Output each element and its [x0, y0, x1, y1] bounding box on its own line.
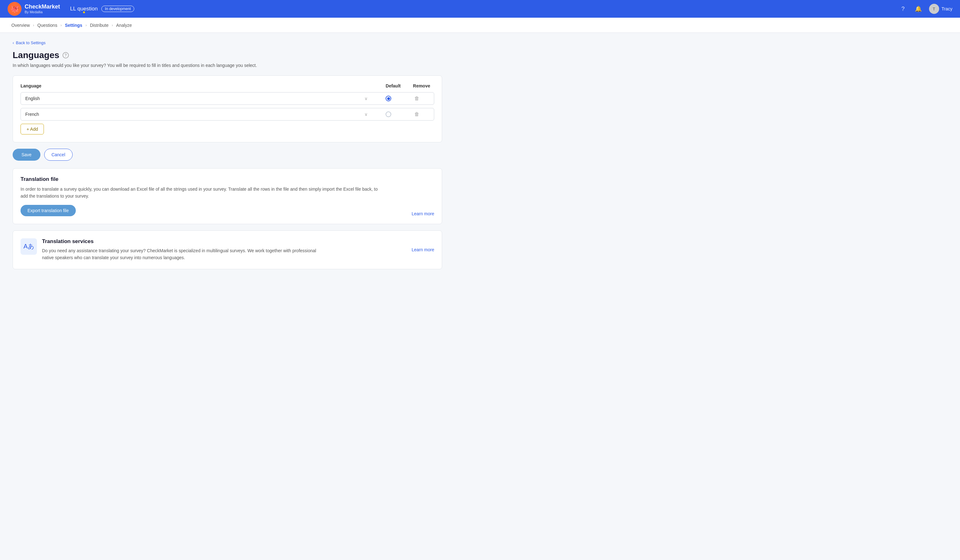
radio-english[interactable]	[386, 96, 391, 101]
logo[interactable]: 🐙 CheckMarket By Medallia	[8, 2, 60, 16]
main-content: ‹ Back to Settings Languages ? In which …	[0, 33, 455, 283]
translation-services-card: Aあ Translation services Do you need any …	[13, 230, 442, 269]
back-link[interactable]: ‹ Back to Settings	[13, 40, 442, 45]
lang-remove-english: 🗑	[404, 96, 429, 101]
bell-icon[interactable]: 🔔	[914, 5, 923, 13]
translation-services-content: Translation services Do you need any ass…	[42, 238, 326, 262]
lang-name-english: English	[25, 96, 365, 101]
avatar: T	[929, 4, 939, 14]
nav-item-analyze[interactable]: Analyze	[115, 21, 133, 29]
translation-services-desc: Do you need any assistance translating y…	[42, 247, 326, 262]
header-icons: ? 🔔 T Tracy	[899, 4, 952, 14]
nav-item-overview[interactable]: Overview	[10, 21, 31, 29]
user-name: Tracy	[942, 6, 952, 11]
back-link-label: Back to Settings	[16, 40, 45, 45]
nav-chevron-4: ›	[112, 23, 113, 27]
nav-chevron-1: ›	[33, 23, 34, 27]
languages-card: Language Default Remove English ∨ 🗑 Fren…	[13, 75, 442, 142]
lang-chevron-french[interactable]: ∨	[365, 112, 368, 117]
nav-item-questions[interactable]: Questions	[36, 21, 58, 29]
col-default: Default	[378, 83, 409, 88]
lang-row-french: French ∨ 🗑	[21, 108, 434, 121]
help-icon[interactable]: ?	[899, 5, 907, 13]
nav-bar: Overview › Questions › Settings › Distri…	[0, 18, 960, 33]
export-translation-button[interactable]: Export translation file	[21, 205, 76, 216]
user-menu[interactable]: T Tracy	[929, 4, 952, 14]
translation-services-title: Translation services	[42, 238, 326, 245]
radio-french[interactable]	[386, 112, 391, 117]
nav-chevron-2: ›	[60, 23, 62, 27]
nav-item-settings[interactable]: Settings	[64, 21, 83, 29]
col-language: Language	[21, 83, 378, 88]
translation-services-learn-more[interactable]: Learn more	[411, 247, 434, 252]
lang-name-french: French	[25, 112, 365, 117]
page-title-row: Languages ?	[13, 50, 442, 60]
translation-file-title: Translation file	[21, 176, 434, 182]
back-arrow-icon: ‹	[13, 40, 14, 45]
app-name: CheckMarket	[25, 3, 60, 10]
col-remove: Remove	[409, 83, 434, 88]
page-subtitle: In which languages would you like your s…	[13, 63, 442, 68]
delete-english-icon[interactable]: 🗑	[414, 96, 419, 101]
lang-default-english	[373, 96, 404, 101]
action-row: Save Cancel	[13, 149, 442, 161]
translation-file-desc: In order to translate a survey quickly, …	[21, 186, 384, 200]
cancel-button[interactable]: Cancel	[44, 149, 73, 161]
translation-file-learn-more[interactable]: Learn more	[411, 211, 434, 216]
app-sub: By Medallia	[25, 10, 60, 14]
add-language-button[interactable]: + Add	[21, 124, 44, 134]
lang-chevron-english[interactable]: ∨	[365, 96, 368, 101]
lang-default-french	[373, 112, 404, 117]
delete-french-icon[interactable]: 🗑	[414, 112, 419, 117]
title-help-icon[interactable]: ?	[62, 52, 69, 58]
survey-title: LL question	[70, 6, 98, 12]
translation-services-icon: Aあ	[21, 238, 37, 255]
lang-row-english: English ∨ 🗑	[21, 92, 434, 105]
page-title: Languages	[13, 50, 59, 60]
nav-item-distribute[interactable]: Distribute	[89, 21, 110, 29]
save-button[interactable]: Save	[13, 149, 40, 161]
dev-badge: In development	[101, 6, 134, 12]
translation-file-card: Translation file In order to translate a…	[13, 168, 442, 224]
header: 🐙 CheckMarket By Medallia LL question In…	[0, 0, 960, 18]
lang-table-header: Language Default Remove	[21, 83, 434, 88]
logo-icon: 🐙	[8, 2, 21, 16]
lang-remove-french: 🗑	[404, 112, 429, 117]
nav-chevron-3: ›	[86, 23, 87, 27]
